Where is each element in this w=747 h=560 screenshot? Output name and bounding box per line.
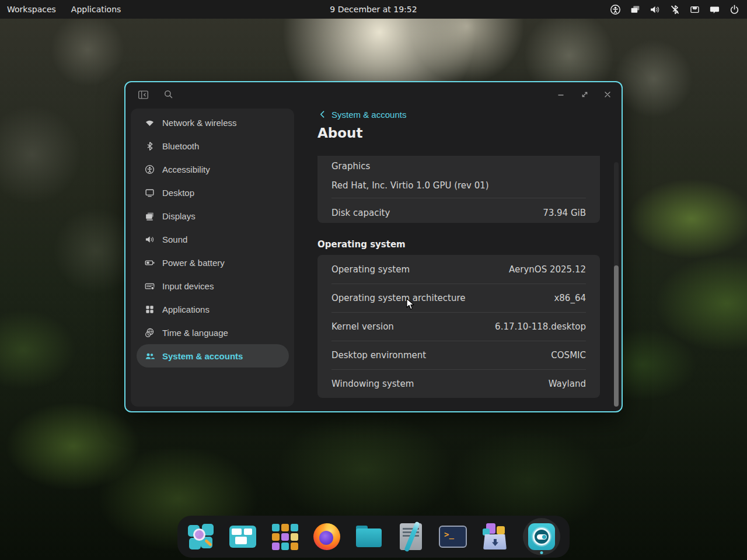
sidebar-item-label: Power & battery [162, 258, 225, 268]
sidebar-item-label: Time & language [162, 328, 228, 338]
dock-item-app-library[interactable] [271, 518, 299, 555]
os-row-value: x86_64 [554, 293, 586, 303]
os-row-label: Operating system architecture [331, 293, 466, 303]
dock: >_ [177, 516, 570, 558]
graphics-label: Graphics [331, 161, 370, 172]
desktop-icon [145, 188, 155, 198]
sidebar-item-bluetooth[interactable]: Bluetooth [137, 134, 289, 158]
maximize-button[interactable] [577, 87, 592, 102]
sidebar-item-network-wireless[interactable]: Network & wireless [137, 111, 289, 134]
sidebar-item-input-devices[interactable]: Input devices [137, 274, 289, 298]
volume-icon[interactable] [650, 4, 661, 15]
displays-icon [145, 211, 155, 221]
dock-item-workspaces[interactable] [229, 518, 257, 555]
text-editor-icon [400, 523, 422, 550]
dock-item-settings[interactable] [523, 518, 560, 555]
os-section-heading: Operating system [317, 239, 406, 250]
apps-grid-icon [145, 304, 155, 314]
dock-item-files[interactable] [355, 518, 383, 555]
active-app-indicator [540, 551, 543, 554]
sidebar-item-sound[interactable]: Sound [137, 228, 289, 251]
sidebar-item-label: Desktop [162, 188, 194, 198]
search-icon[interactable] [161, 87, 176, 102]
workspaces-button[interactable]: Workspaces [7, 5, 56, 14]
titlebar[interactable] [125, 82, 622, 108]
sidebar-item-desktop[interactable]: Desktop [137, 181, 289, 204]
applications-button[interactable]: Applications [71, 5, 121, 14]
keyboard-icon [145, 281, 155, 291]
sidebar-item-time-language[interactable]: Time & language [137, 321, 289, 344]
dock-item-terminal[interactable]: >_ [439, 518, 467, 555]
dock-item-launcher[interactable] [187, 518, 215, 555]
sidebar-toggle-icon[interactable] [135, 87, 151, 102]
close-button[interactable] [600, 87, 615, 102]
displays-icon[interactable] [630, 4, 641, 15]
sound-icon [145, 235, 155, 244]
dock-item-firefox[interactable] [313, 518, 341, 555]
os-row: Windowing system Wayland [331, 369, 586, 398]
page-title: About [317, 125, 362, 141]
top-panel: Workspaces Applications 9 December at 19… [0, 0, 747, 19]
breadcrumb[interactable]: System & accounts [318, 108, 406, 120]
os-row-label: Windowing system [331, 379, 414, 389]
back-chevron-icon [318, 110, 327, 119]
os-row-value: 6.17.10-118.desktop [495, 321, 586, 332]
top-panel-left: Workspaces Applications [0, 5, 121, 14]
os-row-value: AerynOS 2025.12 [509, 264, 586, 275]
settings-window: Network & wireless Bluetooth Accessibili… [124, 81, 623, 412]
sidebar-item-label: Displays [162, 211, 196, 221]
sidebar-item-label: Sound [162, 235, 187, 244]
disk-capacity-row: Disk capacity 73.94 GiB [331, 202, 586, 223]
settings-sidebar: Network & wireless Bluetooth Accessibili… [131, 108, 294, 407]
scrollbar-thumb[interactable] [614, 265, 619, 407]
disk-capacity-label: Disk capacity [331, 208, 390, 218]
app-store-icon [481, 523, 509, 551]
bluetooth-disabled-icon[interactable] [669, 4, 680, 15]
os-row-value: COSMIC [551, 350, 586, 360]
os-row: Desktop environment COSMIC [331, 341, 586, 369]
minimize-button[interactable] [553, 87, 568, 102]
os-row: Kernel version 6.17.10-118.desktop [331, 312, 586, 341]
power-icon[interactable] [729, 4, 740, 15]
users-icon [145, 351, 155, 361]
sidebar-item-label: Input devices [162, 281, 214, 291]
sidebar-item-label: Applications [162, 304, 210, 314]
sidebar-item-system-accounts[interactable]: System & accounts [137, 344, 289, 368]
sidebar-item-label: Accessibility [162, 164, 210, 174]
screen: Workspaces Applications 9 December at 19… [0, 0, 747, 560]
clock-globe-icon [145, 328, 155, 338]
sidebar-item-label: Bluetooth [162, 141, 199, 151]
workspaces-icon [229, 526, 256, 548]
notifications-icon[interactable] [709, 4, 720, 15]
sidebar-item-label: Network & wireless [162, 118, 237, 128]
os-row-label: Kernel version [331, 321, 394, 332]
firefox-icon [313, 523, 340, 550]
hardware-card: Graphics Red Hat, Inc. Virtio 1.0 GPU (r… [317, 156, 600, 223]
sidebar-item-displays[interactable]: Displays [137, 204, 289, 228]
ethernet-icon[interactable] [689, 4, 700, 15]
sidebar-item-label: System & accounts [162, 351, 243, 361]
os-row-value: Wayland [549, 379, 586, 389]
files-folder-icon [355, 525, 383, 548]
terminal-icon: >_ [439, 526, 467, 548]
sidebar-item-power-battery[interactable]: Power & battery [137, 251, 289, 274]
os-row: Operating system architecture x86_64 [331, 284, 586, 312]
top-panel-right [610, 4, 747, 15]
accessibility-icon[interactable] [610, 4, 621, 15]
clock-applet[interactable]: 9 December at 19:52 [330, 5, 417, 14]
settings-icon [528, 523, 555, 550]
os-row-label: Operating system [331, 264, 410, 275]
bluetooth-icon [145, 141, 155, 151]
divider [331, 198, 586, 198]
scrollbar-track[interactable] [614, 162, 619, 407]
graphics-value: Red Hat, Inc. Virtio 1.0 GPU (rev 01) [331, 180, 489, 191]
sidebar-item-accessibility[interactable]: Accessibility [137, 158, 289, 181]
os-row: Operating system AerynOS 2025.12 [331, 255, 586, 284]
disk-capacity-value: 73.94 GiB [543, 208, 586, 218]
battery-icon [145, 258, 155, 268]
app-library-icon [272, 524, 298, 550]
dock-item-text-editor[interactable] [397, 518, 425, 555]
dock-item-app-store[interactable] [481, 518, 509, 555]
sidebar-item-applications[interactable]: Applications [137, 298, 289, 321]
launcher-icon [187, 523, 214, 550]
